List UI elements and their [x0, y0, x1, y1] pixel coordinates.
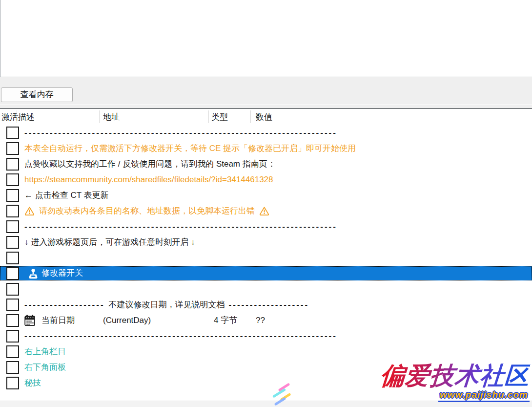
joystick-icon: [28, 268, 39, 279]
view-memory-button[interactable]: 查看内存: [1, 87, 73, 102]
watermark-url: www.paijishu.com: [438, 389, 530, 402]
row-description: 本表全自动运行，仅需激活下方修改器开关，等待 CE 提示「修改器已开启」即可开始…: [24, 141, 356, 156]
toolbar: 查看内存: [0, 77, 532, 104]
check-update-row[interactable]: ← 点击检查 CT 表更新: [0, 188, 532, 203]
row-description: 请勿改动表内各条目的名称、地址数据，以免脚本运行出错: [24, 203, 269, 218]
cheat-table: 激活 描述 地址 类型 数值 -------------------------…: [0, 110, 532, 401]
row-description: -------------------不建议修改日期，详见说明文档-------…: [24, 297, 309, 312]
row-text: -------------------: [24, 300, 105, 309]
header-separator: [250, 110, 251, 123]
calendar-icon: [24, 315, 35, 326]
row-description: https://steamcommunity.com/sharedfiles/f…: [24, 172, 273, 187]
separator-dashes: ----------------------------------------…: [24, 219, 337, 234]
current-day-row[interactable]: 当前日期(CurrentDay)4 字节??: [0, 313, 532, 328]
hint-row-enable[interactable]: ↓ 进入游戏标题页后，可在游戏任意时刻开启 ↓: [0, 235, 532, 250]
top-right-section-row[interactable]: 右上角栏目: [0, 344, 532, 360]
row-description: ↓ 进入游戏标题页后，可在游戏任意时刻开启 ↓: [24, 235, 195, 250]
empty-row[interactable]: [0, 250, 532, 266]
row-checkbox[interactable]: [6, 142, 19, 155]
entry-address: (CurrentDay): [103, 313, 151, 328]
row-checkbox[interactable]: [6, 267, 19, 280]
header-separator: [99, 110, 100, 123]
header-separator: [17, 110, 17, 123]
row-checkbox[interactable]: [6, 189, 19, 202]
row-checkbox[interactable]: [6, 236, 19, 249]
row-checkbox[interactable]: [6, 205, 19, 217]
separator-dashes: ----------------------------------------…: [24, 328, 337, 343]
row-checkbox[interactable]: [6, 314, 19, 327]
row-checkbox[interactable]: [6, 361, 19, 374]
row-text: 不建议修改日期，详见说明文档: [105, 300, 229, 309]
row-checkbox[interactable]: [6, 283, 19, 296]
table-header: 激活 描述 地址 类型 数值: [0, 110, 532, 125]
row-description: 右下角面板: [24, 360, 66, 375]
row-checkbox[interactable]: [6, 252, 19, 264]
row-checkbox[interactable]: [6, 330, 19, 343]
entry-type: 4 字节: [214, 313, 237, 328]
empty-row[interactable]: [0, 281, 532, 297]
header-separator: [208, 110, 209, 123]
panel-divider: [0, 104, 532, 109]
separator-row[interactable]: ----------------------------------------…: [0, 328, 532, 344]
watermark: 偏爱技术社区 www.paijishu.com: [380, 361, 530, 402]
header-description: 描述: [18, 111, 35, 123]
row-description: 秘技: [24, 375, 41, 390]
header-value: 数值: [256, 111, 272, 123]
separator-dashes: ----------------------------------------…: [24, 125, 337, 140]
row-checkbox[interactable]: [6, 220, 19, 233]
selected-row-label: 修改器开关: [41, 266, 83, 280]
memory-view-panel: [0, 0, 532, 77]
row-checkbox[interactable]: [6, 158, 19, 171]
separator-row[interactable]: ----------------------------------------…: [0, 219, 532, 235]
row-checkbox[interactable]: [6, 127, 19, 139]
info-row-support[interactable]: 点赞收藏以支持我的工作 / 反馈使用问题，请到我的 Steam 指南页：: [0, 156, 532, 172]
table-rows: ----------------------------------------…: [0, 125, 532, 391]
header-address: 地址: [103, 111, 120, 123]
trainer-switch-row[interactable]: 修改器开关: [0, 266, 532, 280]
row-checkbox[interactable]: [6, 173, 19, 186]
date-warning-row[interactable]: -------------------不建议修改日期，详见说明文档-------…: [0, 297, 532, 313]
warning-row[interactable]: 请勿改动表内各条目的名称、地址数据，以免脚本运行出错: [0, 203, 532, 219]
warning-text: 请勿改动表内各条目的名称、地址数据，以免脚本运行出错: [39, 206, 255, 215]
header-type: 类型: [211, 111, 228, 123]
entry-value: ??: [256, 313, 265, 328]
row-description: 点赞收藏以支持我的工作 / 反馈使用问题，请到我的 Steam 指南页：: [24, 156, 276, 171]
separator-row[interactable]: ----------------------------------------…: [0, 125, 532, 141]
entry-description: 当前日期: [41, 313, 75, 328]
row-checkbox[interactable]: [6, 345, 19, 358]
row-description: ← 点击检查 CT 表更新: [24, 188, 109, 203]
row-checkbox[interactable]: [6, 299, 19, 311]
warning-icon: [259, 206, 269, 215]
row-description: 右上角栏目: [24, 344, 66, 359]
info-row-autorun[interactable]: 本表全自动运行，仅需激活下方修改器开关，等待 CE 提示「修改器已开启」即可开始…: [0, 141, 532, 156]
header-active: 激活: [1, 111, 18, 123]
row-text: -------------------: [229, 300, 309, 309]
watermark-title: 偏爱技术社区: [379, 361, 531, 391]
row-checkbox[interactable]: [6, 377, 19, 389]
steam-guide-link-row[interactable]: https://steamcommunity.com/sharedfiles/f…: [0, 172, 532, 188]
warning-icon: [24, 206, 35, 215]
